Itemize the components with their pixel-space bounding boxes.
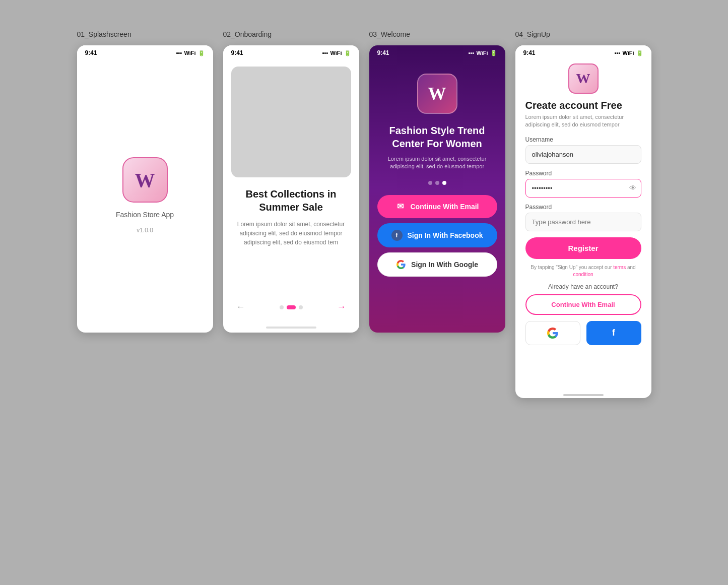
signup-status-bar: 9:41 ▪▪▪ WiFi 🔋 [515, 45, 651, 58]
terms-prefix: By tapping "Sign Up" you accept our [531, 265, 613, 270]
cdot-1 [428, 181, 432, 185]
dot-1 [280, 305, 284, 309]
facebook-icon: f [391, 230, 403, 241]
google-social-icon [547, 328, 558, 339]
username-input[interactable] [525, 145, 641, 164]
cdot-3 [442, 181, 446, 185]
social-buttons-row: f [525, 321, 641, 345]
onboarding-dots [280, 305, 303, 309]
wifi-icon: WiFi [330, 50, 342, 56]
carousel-dots [428, 181, 446, 185]
onboarding-status-icons: ▪▪▪ WiFi 🔋 [322, 50, 351, 56]
welcome-facebook-button[interactable]: f Sign In With Facebook [377, 223, 497, 247]
signup-title: Create account Free [525, 100, 641, 111]
wifi-icon: WiFi [476, 50, 488, 56]
password-label: Password [525, 170, 641, 177]
facebook-social-button[interactable]: f [586, 321, 641, 345]
splashscreen-container: 01_Splashscreen 9:41 ▪▪▪ WiFi 🔋 W Fashio… [77, 30, 213, 333]
signup-label: 04_SignUp [515, 30, 651, 38]
username-label: Username [525, 136, 641, 143]
screens-row: 01_Splashscreen 9:41 ▪▪▪ WiFi 🔋 W Fashio… [15, 30, 713, 398]
welcome-time: 9:41 [377, 49, 389, 56]
welcome-status-bar: 9:41 ▪▪▪ WiFi 🔋 [369, 45, 505, 58]
welcome-desc: Lorem ipsum dolor sit amet, consectetur … [377, 155, 497, 171]
welcome-frame: 9:41 ▪▪▪ WiFi 🔋 W Fashion Style Trend Ce… [369, 45, 505, 333]
dot-3 [299, 305, 303, 309]
continue-email-button[interactable]: Continue With Email [525, 294, 641, 315]
terms-middle: and [626, 265, 635, 270]
bottom-scroll-bar [563, 394, 604, 396]
onboarding-time: 9:41 [231, 49, 243, 56]
dot-2 [287, 305, 296, 309]
scroll-indicator [266, 327, 316, 329]
onboarding-content: Best Collections in Summer Sale Lorem ip… [223, 58, 359, 320]
splash-status-bar: 9:41 ▪▪▪ WiFi 🔋 [77, 45, 213, 58]
signup-subtitle: Lorem ipsum dolor sit amet, consectetur … [525, 113, 641, 129]
onboarding-container: 02_Onboarding 9:41 ▪▪▪ WiFi 🔋 Best Colle… [223, 30, 359, 333]
welcome-google-label: Sign In With Google [411, 261, 478, 269]
welcome-content: W Fashion Style Trend Center For Women L… [369, 58, 505, 333]
signal-icon: ▪▪▪ [469, 50, 475, 56]
facebook-social-icon: f [612, 328, 615, 338]
welcome-logo: W [417, 74, 457, 114]
signup-frame: 9:41 ▪▪▪ WiFi 🔋 W Create account Free Lo… [515, 45, 651, 398]
signal-icon: ▪▪▪ [322, 50, 328, 56]
splash-time: 9:41 [85, 49, 97, 56]
welcome-google-button[interactable]: Sign In With Google [377, 252, 497, 277]
splashscreen-frame: 9:41 ▪▪▪ WiFi 🔋 W Fashion Store App v1.0… [77, 45, 213, 333]
signup-content: W Create account Free Lorem ipsum dolor … [515, 58, 651, 390]
splash-content: W Fashion Store App v1.0.0 [77, 58, 213, 333]
confirm-password-input[interactable] [525, 213, 641, 231]
terms-link[interactable]: terms [613, 265, 626, 270]
condition-link[interactable]: condition [573, 272, 593, 277]
wifi-icon: WiFi [184, 50, 195, 56]
signal-icon: ▪▪▪ [176, 50, 182, 56]
battery-icon: 🔋 [198, 50, 205, 56]
eye-icon[interactable]: 👁 [629, 184, 636, 192]
signup-app-icon: W [568, 63, 599, 94]
password-wrapper: 👁 [525, 179, 641, 198]
confirm-password-label: Password [525, 204, 641, 211]
prev-arrow[interactable]: ← [236, 302, 245, 312]
welcome-email-label: Continue With Email [411, 203, 479, 211]
signup-status-icons: ▪▪▪ WiFi 🔋 [615, 50, 643, 56]
signal-icon: ▪▪▪ [615, 50, 621, 56]
welcome-email-button[interactable]: ✉ Continue With Email [377, 195, 497, 218]
signup-container: 04_SignUp 9:41 ▪▪▪ WiFi 🔋 W Create accou… [515, 30, 651, 398]
next-arrow[interactable]: → [337, 302, 346, 312]
welcome-status-icons: ▪▪▪ WiFi 🔋 [469, 50, 497, 56]
signup-time: 9:41 [523, 49, 536, 56]
envelope-icon: ✉ [395, 202, 406, 212]
terms-text: By tapping "Sign Up" you accept our term… [525, 264, 641, 278]
battery-icon: 🔋 [636, 50, 643, 56]
google-icon [396, 259, 406, 270]
onboarding-desc: Lorem ipsum dolor sit amet, consectetur … [231, 220, 351, 247]
battery-icon: 🔋 [344, 50, 351, 56]
google-social-button[interactable] [525, 321, 580, 345]
onboarding-title: Best Collections in Summer Sale [231, 187, 351, 214]
splash-status-icons: ▪▪▪ WiFi 🔋 [176, 50, 205, 56]
splash-app-icon: W [122, 157, 168, 203]
welcome-facebook-label: Sign In With Facebook [408, 231, 483, 239]
splash-version: v1.0.0 [137, 227, 153, 234]
onboarding-nav: ← → [231, 302, 351, 312]
welcome-title: Fashion Style Trend Center For Women [377, 124, 497, 150]
register-button[interactable]: Register [525, 237, 641, 259]
already-text: Already have an account? [525, 283, 641, 290]
splashscreen-label: 01_Splashscreen [77, 30, 213, 38]
cdot-2 [435, 181, 439, 185]
splash-app-name: Fashion Store App [116, 211, 174, 219]
onboarding-status-bar: 9:41 ▪▪▪ WiFi 🔋 [223, 45, 359, 58]
onboarding-image [231, 67, 351, 177]
wifi-icon: WiFi [622, 50, 634, 56]
onboarding-label: 02_Onboarding [223, 30, 359, 38]
welcome-label: 03_Welcome [369, 30, 505, 38]
onboarding-frame: 9:41 ▪▪▪ WiFi 🔋 Best Collections in Summ… [223, 45, 359, 333]
battery-icon: 🔋 [490, 50, 497, 56]
welcome-container: 03_Welcome 9:41 ▪▪▪ WiFi 🔋 W Fashion Sty… [369, 30, 505, 333]
password-input[interactable] [525, 179, 641, 198]
